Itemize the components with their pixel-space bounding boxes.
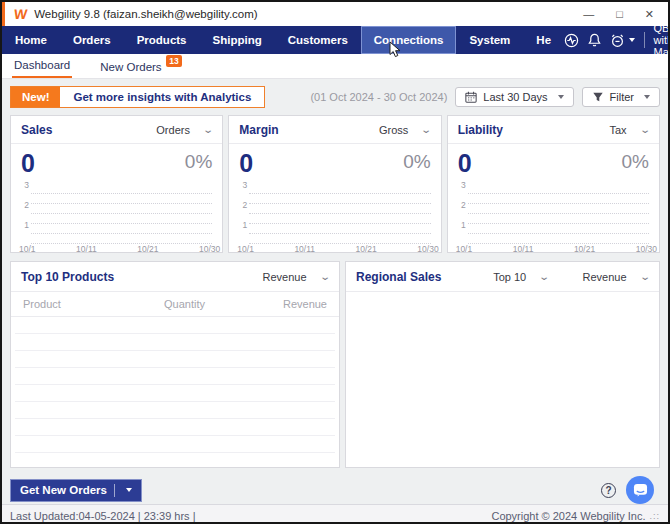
new-orders-count-badge: 13: [166, 55, 181, 67]
last-updated-label: Last Updated:04-05-2024 | 23:39 hrs |: [10, 510, 196, 522]
sales-metric-dropdown[interactable]: Orders ⌄: [156, 124, 212, 136]
mouse-cursor: [389, 41, 401, 58]
nav-item-customers[interactable]: Customers: [275, 26, 361, 54]
margin-metric-dropdown-label: Gross: [379, 124, 408, 136]
main-nav: Home Orders Products Shipping Customers …: [2, 26, 668, 54]
y-axis-label: 2: [19, 200, 29, 210]
sales-percent: 0%: [185, 150, 212, 175]
resize-grip[interactable]: .::: [649, 511, 660, 521]
column-header-quantity: Quantity: [137, 298, 232, 310]
regional-sales-metric-dropdown[interactable]: Revenue ⌄: [583, 271, 649, 283]
y-axis-label: 2: [237, 200, 247, 210]
chat-messenger-icon[interactable]: [626, 476, 654, 504]
x-axis-labels: 10/1 10/11 10/21 10/30: [237, 244, 438, 254]
sales-card-title: Sales: [21, 123, 52, 137]
filter-funnel-icon: [592, 91, 604, 103]
liability-metric-dropdown-label: Tax: [609, 124, 626, 136]
footer-icons: ?: [601, 476, 660, 504]
margin-mini-chart: 3 2 1: [237, 184, 430, 242]
liability-metric-dropdown[interactable]: Tax ⌄: [609, 124, 649, 136]
calendar-icon: [465, 91, 477, 103]
filter-button[interactable]: Filter: [582, 87, 660, 107]
tab-bar: Dashboard New Orders 13: [2, 54, 668, 79]
table-row: [15, 334, 335, 351]
store-selector-dropdown[interactable]: QBO with Magent..: [654, 22, 670, 58]
store-selector-label: QBO with Magent..: [654, 22, 670, 58]
scheduler-caret-icon: [629, 38, 635, 42]
scheduler-alarm-icon[interactable]: [610, 33, 635, 48]
get-new-orders-caret-icon[interactable]: [126, 488, 132, 492]
chevron-down-icon: ⌄: [639, 125, 651, 135]
liability-card: Liability Tax ⌄ 0 0% 3 2 1: [447, 115, 660, 253]
sales-metric-dropdown-label: Orders: [156, 124, 190, 136]
liability-card-title: Liability: [458, 123, 503, 137]
nav-item-connections[interactable]: Connections: [361, 26, 457, 54]
table-row: [15, 402, 335, 419]
chevron-down-icon: ⌄: [421, 125, 433, 135]
activity-icon[interactable]: [564, 33, 579, 48]
top-products-title: Top 10 Products: [21, 270, 114, 284]
analytics-promo-button[interactable]: Get more insights with Analytics: [60, 87, 264, 107]
nav-item-shipping[interactable]: Shipping: [200, 26, 275, 54]
get-new-orders-button[interactable]: Get New Orders: [10, 479, 142, 502]
top-products-panel: Top 10 Products Revenue ⌄ Product Quanti…: [10, 261, 340, 468]
close-icon[interactable]: ✕: [645, 9, 654, 20]
regional-sales-panel: Regional Sales Top 10 ⌄ Revenue ⌄: [345, 261, 660, 468]
x-axis-label: 10/1: [237, 244, 254, 254]
nav-item-connections-label: Connections: [374, 34, 444, 46]
filter-caret-icon: [644, 95, 650, 99]
analytics-promo[interactable]: New! Get more insights with Analytics: [10, 86, 265, 108]
margin-metric-dropdown[interactable]: Gross ⌄: [379, 124, 431, 136]
tab-dashboard[interactable]: Dashboard: [12, 55, 72, 78]
regional-sales-count-label: Top 10: [493, 271, 526, 283]
nav-item-products[interactable]: Products: [124, 26, 200, 54]
top-products-table-header: Product Quantity Revenue: [11, 292, 339, 317]
x-axis-label: 10/11: [294, 244, 315, 254]
x-axis-labels: 10/1 10/11 10/21 10/30: [19, 244, 220, 254]
regional-sales-body: [346, 292, 659, 467]
minimize-icon[interactable]: —: [583, 9, 594, 20]
copyright-label: Copyright © 2024 Webgility Inc.: [491, 510, 645, 522]
new-badge: New!: [11, 87, 60, 107]
x-axis-label: 10/30: [417, 244, 438, 254]
webgility-logo-icon: W: [13, 7, 28, 21]
table-row: [15, 453, 335, 467]
date-filter-button[interactable]: Last 30 Days: [455, 87, 573, 107]
chevron-down-icon: ⌄: [319, 272, 331, 282]
chevron-down-icon: ⌄: [639, 272, 651, 282]
chevron-down-icon: ⌄: [538, 272, 550, 282]
nav-item-help[interactable]: He: [523, 26, 564, 54]
date-filter-caret-icon: [558, 95, 564, 99]
column-header-product: Product: [23, 298, 137, 310]
y-axis-label: 1: [237, 220, 247, 230]
nav-item-home[interactable]: Home: [2, 26, 60, 54]
margin-value: 0: [239, 150, 253, 178]
liability-percent: 0%: [622, 150, 649, 175]
x-axis-label: 10/1: [456, 244, 473, 254]
notifications-bell-icon[interactable]: [588, 33, 601, 47]
y-axis-label: 3: [19, 180, 29, 190]
metric-cards-row: Sales Orders ⌄ 0 0% 3 2 1: [10, 115, 660, 253]
help-icon[interactable]: ?: [601, 483, 616, 498]
margin-percent: 0%: [403, 150, 430, 175]
y-axis-label: 2: [456, 200, 466, 210]
regional-sales-dropdowns: Top 10 ⌄ Revenue ⌄: [493, 271, 649, 283]
top-products-metric-label: Revenue: [263, 271, 307, 283]
tab-new-orders[interactable]: New Orders 13: [98, 57, 163, 78]
x-axis-label: 10/21: [574, 244, 595, 254]
nav-item-orders[interactable]: Orders: [60, 26, 124, 54]
regional-sales-metric-label: Revenue: [583, 271, 627, 283]
regional-sales-count-dropdown[interactable]: Top 10 ⌄: [493, 271, 548, 283]
top-products-table-body: [11, 317, 339, 467]
maximize-icon[interactable]: □: [616, 9, 623, 20]
nav-item-system[interactable]: System: [456, 26, 523, 54]
y-axis-label: 3: [456, 180, 466, 190]
x-axis-label: 10/11: [76, 244, 97, 254]
table-row: [15, 419, 335, 436]
filter-label: Filter: [610, 91, 634, 103]
margin-card-title: Margin: [239, 123, 278, 137]
top-products-metric-dropdown[interactable]: Revenue ⌄: [263, 271, 329, 283]
title-bar: W Webgility 9.8 (faizan.sheikh@webgility…: [2, 2, 668, 26]
x-axis-label: 10/21: [356, 244, 377, 254]
regional-sales-title: Regional Sales: [356, 270, 441, 284]
